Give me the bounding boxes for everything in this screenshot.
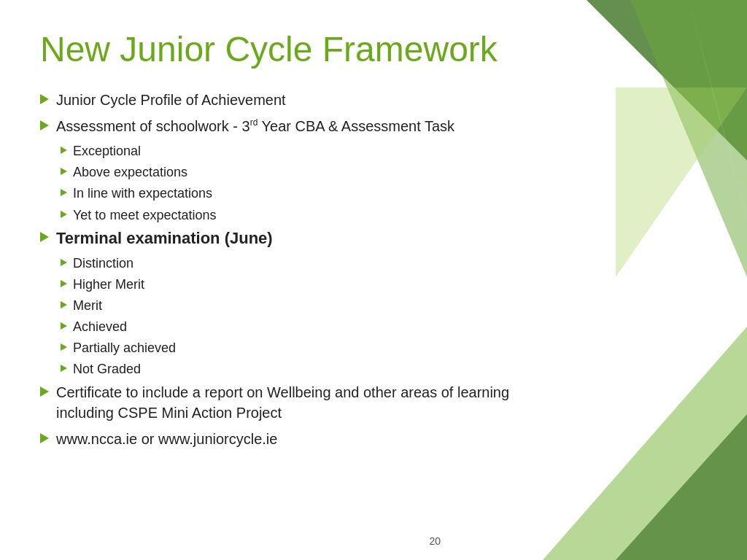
deco-bottom-right-dark — [616, 414, 747, 560]
sub-item-higher-merit: Higher Merit — [61, 276, 558, 294]
arrow-icon-exceptional — [61, 147, 67, 154]
arrow-icon-merit — [61, 301, 67, 308]
arrow-icon-2 — [40, 120, 49, 131]
slide-content: New Junior Cycle Framework Junior Cycle … — [0, 0, 598, 477]
arrow-icon-5 — [40, 433, 49, 443]
arrow-icon-1 — [40, 94, 49, 104]
sub-item-exceptional: Exceptional — [61, 142, 558, 160]
bullet-2-text: Assessment of schoolwork - 3rd Year CBA … — [56, 116, 454, 136]
bullet-5: www.ncca.ie or www.juniorcycle.ie — [40, 429, 558, 449]
sub-item-above: Above expectations — [61, 163, 558, 182]
slide-title: New Junior Cycle Framework — [40, 29, 558, 69]
arrow-icon-distinction — [61, 259, 67, 266]
bullet-4: Certificate to include a report on Wellb… — [40, 382, 558, 423]
sub-item-inline: In line with expectations — [61, 184, 558, 203]
sub-item-achieved-text: Achieved — [73, 318, 127, 336]
arrow-icon-inline — [61, 189, 67, 196]
sub-item-inline-text: In line with expectations — [73, 184, 212, 203]
sub-item-higher-merit-text: Higher Merit — [73, 276, 144, 294]
sub-item-not-graded: Not Graded — [61, 360, 558, 378]
bullet-2-sup: rd — [250, 117, 258, 128]
bullet-2: Assessment of schoolwork - 3rd Year CBA … — [40, 116, 558, 136]
bullet-4-text: Certificate to include a report on Wellb… — [56, 382, 558, 423]
sub-item-partially: Partially achieved — [61, 339, 558, 357]
sub-item-achieved: Achieved — [61, 318, 558, 336]
sub-item-partially-text: Partially achieved — [73, 339, 176, 357]
arrow-icon-higher-merit — [61, 280, 67, 287]
bullet-1: Junior Cycle Profile of Achievement — [40, 90, 558, 110]
sub-item-merit-text: Merit — [73, 297, 102, 315]
arrow-icon-not-graded — [61, 365, 67, 372]
arrow-icon-achieved — [61, 322, 67, 330]
sub-item-merit: Merit — [61, 297, 558, 315]
bullet-3-text: Terminal examination (June) — [56, 228, 273, 250]
sub-item-not-graded-text: Not Graded — [73, 360, 141, 378]
arrow-icon-4 — [40, 386, 49, 397]
arrow-icon-above — [61, 168, 67, 175]
arrow-icon-3 — [40, 232, 49, 242]
bullet-2-text-pre: Assessment of schoolwork - 3 — [56, 118, 250, 134]
sub-list-3: Distinction Higher Merit Merit Achieved … — [61, 254, 558, 379]
sub-item-yetmeet: Yet to meet expectations — [61, 206, 558, 225]
page-number: 20 — [429, 535, 441, 547]
sub-list-2: Exceptional Above expectations In line w… — [61, 142, 558, 225]
bullet-3: Terminal examination (June) — [40, 228, 558, 250]
slide: New Junior Cycle Framework Junior Cycle … — [0, 0, 747, 560]
deco-mid-right — [616, 88, 747, 277]
sub-item-distinction-text: Distinction — [73, 254, 133, 273]
bullet-5-text: www.ncca.ie or www.juniorcycle.ie — [56, 429, 277, 449]
sub-item-yetmeet-text: Yet to meet expectations — [73, 206, 216, 225]
sub-item-above-text: Above expectations — [73, 163, 187, 182]
main-bullet-list: Junior Cycle Profile of Achievement Asse… — [40, 90, 558, 449]
sub-item-exceptional-text: Exceptional — [73, 142, 141, 160]
arrow-icon-partially — [61, 343, 67, 351]
bullet-2-text-post: Year CBA & Assessment Task — [258, 118, 454, 134]
sub-item-distinction: Distinction — [61, 254, 558, 273]
arrow-icon-yetmeet — [61, 211, 67, 218]
bullet-1-text: Junior Cycle Profile of Achievement — [56, 90, 286, 110]
